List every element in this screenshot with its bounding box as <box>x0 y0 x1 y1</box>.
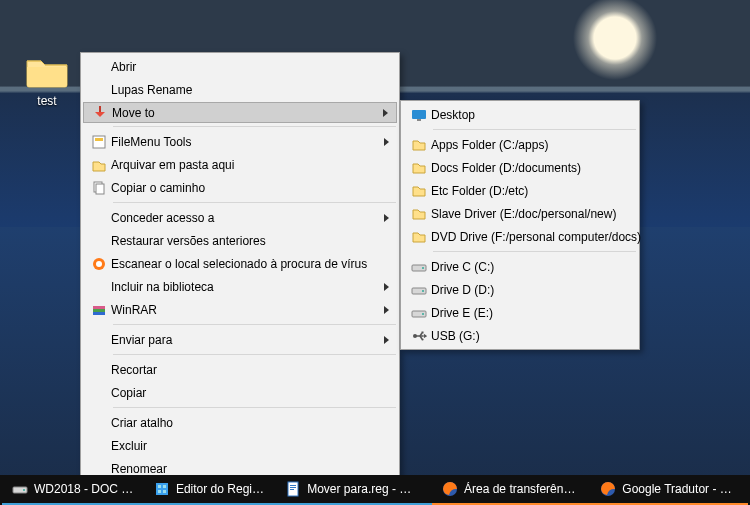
menu-item-winrar[interactable]: WinRAR <box>83 298 397 321</box>
submenu-arrow-icon <box>384 336 389 344</box>
submenu-item-drive-d[interactable]: Drive D (D:) <box>403 278 637 301</box>
submenu-item-etc-folder[interactable]: Etc Folder (D:/etc) <box>403 179 637 202</box>
menu-item-label: Drive C (C:) <box>431 260 609 274</box>
drive-icon <box>407 304 431 322</box>
submenu-item-dvd-drive[interactable]: DVD Drive (F:/personal computer/docs) <box>403 225 637 248</box>
menu-item-label: Criar atalho <box>111 416 369 430</box>
move-to-submenu: Desktop Apps Folder (C:/apps) Docs Folde… <box>400 100 640 350</box>
svg-rect-10 <box>412 110 426 119</box>
menu-item-archive-here[interactable]: Arquivar em pasta aqui <box>83 153 397 176</box>
taskbar-button-wordpad[interactable]: Mover para.reg - Wor... <box>275 475 432 505</box>
menu-item-label: Renomear <box>111 462 369 476</box>
blank-icon <box>87 414 111 432</box>
submenu-item-apps-folder[interactable]: Apps Folder (C:/apps) <box>403 133 637 156</box>
svg-rect-30 <box>290 487 296 488</box>
taskbar: WD2018 - DOC (D:) Editor do Registro Mov… <box>0 475 750 505</box>
svg-rect-9 <box>93 312 105 315</box>
submenu-item-desktop[interactable]: Desktop <box>403 103 637 126</box>
submenu-arrow-icon <box>383 109 388 117</box>
menu-item-label: Excluir <box>111 439 369 453</box>
drive-icon <box>407 258 431 276</box>
menu-item-filemenu-tools[interactable]: FileMenu Tools <box>83 130 397 153</box>
submenu-item-usb[interactable]: USB (G:) <box>403 324 637 347</box>
menu-item-grant-access[interactable]: Conceder acesso a <box>83 206 397 229</box>
svg-rect-0 <box>93 136 105 148</box>
winrar-icon <box>87 301 111 319</box>
menu-item-send-to[interactable]: Enviar para <box>83 328 397 351</box>
firefox-icon <box>600 481 616 497</box>
menu-separator <box>433 129 636 130</box>
folder-icon <box>407 182 431 200</box>
folder-icon <box>407 159 431 177</box>
menu-item-label: Restaurar versões anteriores <box>111 234 369 248</box>
menu-item-label: Etc Folder (D:/etc) <box>431 184 609 198</box>
taskbar-button-regedit[interactable]: Editor do Registro <box>144 475 275 505</box>
taskbar-button-firefox-clipboard[interactable]: Área de transferência... <box>432 475 590 505</box>
menu-item-create-shortcut[interactable]: Criar atalho <box>83 411 397 434</box>
taskbar-button-firefox-translate[interactable]: Google Tradutor - Mo... <box>590 475 748 505</box>
submenu-arrow-icon <box>384 214 389 222</box>
submenu-arrow-icon <box>384 306 389 314</box>
svg-point-13 <box>422 267 424 269</box>
menu-item-lupas-rename[interactable]: Lupas Rename <box>83 78 397 101</box>
menu-item-move-to[interactable]: Move to <box>83 102 397 123</box>
menu-item-cut[interactable]: Recortar <box>83 358 397 381</box>
svg-rect-7 <box>93 306 105 309</box>
svg-rect-11 <box>417 119 421 121</box>
submenu-item-docs-folder[interactable]: Docs Folder (D:/documents) <box>403 156 637 179</box>
menu-item-label: Enviar para <box>111 333 369 347</box>
menu-item-label: Copiar <box>111 386 369 400</box>
blank-icon <box>87 232 111 250</box>
menu-item-delete[interactable]: Excluir <box>83 434 397 457</box>
blank-icon <box>87 361 111 379</box>
menu-item-label: Desktop <box>431 108 609 122</box>
submenu-item-drive-e[interactable]: Drive E (E:) <box>403 301 637 324</box>
svg-rect-1 <box>95 138 103 141</box>
blank-icon <box>87 331 111 349</box>
taskbar-button-label: Área de transferência... <box>464 482 580 496</box>
svg-rect-19 <box>422 331 424 333</box>
tools-icon <box>87 133 111 151</box>
desktop-folder-test[interactable]: test <box>18 52 76 111</box>
menu-item-label: Drive D (D:) <box>431 283 609 297</box>
menu-item-label: WinRAR <box>111 303 369 317</box>
menu-item-copy-path[interactable]: Copiar o caminho <box>83 176 397 199</box>
menu-separator <box>113 354 396 355</box>
menu-item-include-library[interactable]: Incluir na biblioteca <box>83 275 397 298</box>
svg-rect-29 <box>290 485 296 486</box>
menu-item-label: Docs Folder (D:/documents) <box>431 161 609 175</box>
menu-item-restore-versions[interactable]: Restaurar versões anteriores <box>83 229 397 252</box>
taskbar-button-label: WD2018 - DOC (D:) <box>34 482 134 496</box>
menu-item-label: Recortar <box>111 363 369 377</box>
svg-rect-31 <box>290 489 294 490</box>
menu-item-scan-virus[interactable]: Escanear o local selecionado à procura d… <box>83 252 397 275</box>
taskbar-button-explorer[interactable]: WD2018 - DOC (D:) <box>2 475 144 505</box>
menu-separator <box>113 126 396 127</box>
svg-rect-8 <box>93 309 105 312</box>
drive-icon <box>12 481 28 497</box>
move-to-icon <box>88 104 112 122</box>
blank-icon <box>87 278 111 296</box>
menu-separator <box>113 202 396 203</box>
antivirus-icon <box>87 255 111 273</box>
svg-point-5 <box>96 261 102 267</box>
menu-item-label: FileMenu Tools <box>111 135 369 149</box>
svg-point-15 <box>422 290 424 292</box>
svg-rect-3 <box>96 184 104 194</box>
copy-path-icon <box>87 179 111 197</box>
blank-icon <box>87 384 111 402</box>
blank-icon <box>87 58 111 76</box>
submenu-item-slave-driver[interactable]: Slave Driver (E:/doc/personal/new) <box>403 202 637 225</box>
menu-item-open[interactable]: Abrir <box>83 55 397 78</box>
menu-item-label: Incluir na biblioteca <box>111 280 369 294</box>
taskbar-button-label: Editor do Registro <box>176 482 265 496</box>
taskbar-button-label: Mover para.reg - Wor... <box>307 482 422 496</box>
submenu-arrow-icon <box>384 283 389 291</box>
document-icon <box>285 481 301 497</box>
usb-icon <box>407 327 431 345</box>
svg-rect-26 <box>158 490 161 493</box>
submenu-item-drive-c[interactable]: Drive C (C:) <box>403 255 637 278</box>
menu-item-copy[interactable]: Copiar <box>83 381 397 404</box>
menu-item-label: Lupas Rename <box>111 83 369 97</box>
svg-point-20 <box>421 338 423 340</box>
